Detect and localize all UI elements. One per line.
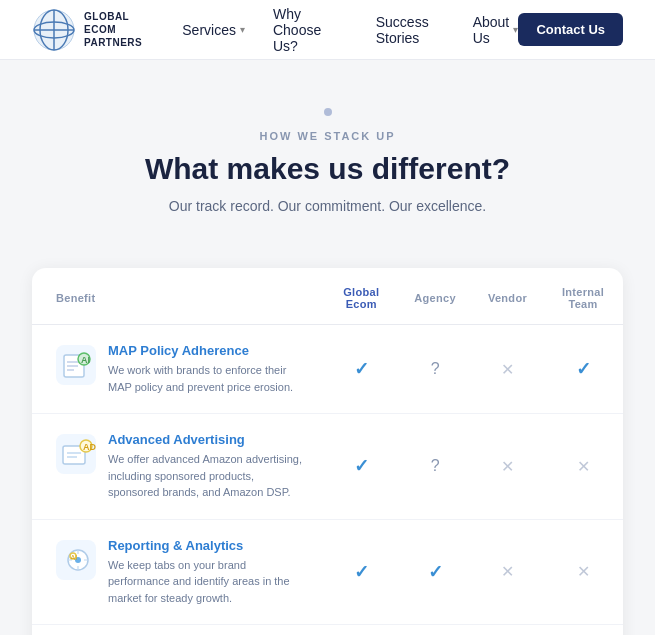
benefit-title: Advanced Advertising (108, 432, 308, 447)
hero-eyebrow: HOW WE STACK UP (20, 130, 635, 142)
vendor-cell: ✕ (472, 414, 543, 520)
nav-why-choose-us[interactable]: Why Choose Us? (273, 6, 348, 54)
hero-subtitle: Our track record. Our commitment. Our ex… (20, 198, 635, 214)
agency-cell: ? (398, 414, 472, 520)
logo[interactable]: GLOBAL ECOM PARTNERS (32, 8, 142, 52)
benefit-desc: We work with brands to enforce their MAP… (108, 362, 308, 395)
benefit-cell-0: AI MAP Policy Adherence We work with bra… (32, 325, 324, 414)
nav-success-stories[interactable]: Success Stories (376, 14, 445, 46)
internal-team-cell: ✓ (543, 325, 623, 414)
benefit-desc: We keep tabs on your brand performance a… (108, 557, 308, 607)
table-section: Benefit Global Ecom Agency Vendor Intern… (0, 244, 655, 635)
col-internal-team: Internal Team (543, 268, 623, 325)
svg-text:AI: AI (81, 355, 90, 365)
agency-cell: ? (398, 325, 472, 414)
table-row: AI Customized Partnership We develop uni… (32, 625, 623, 636)
internal-team-cell: ✕ (543, 625, 623, 636)
col-vendor: Vendor (472, 268, 543, 325)
col-benefit: Benefit (32, 268, 324, 325)
hero-title: What makes us different? (20, 152, 635, 186)
contact-button[interactable]: Contact Us (518, 13, 623, 46)
benefit-title: MAP Policy Adherence (108, 343, 308, 358)
agency-cell: ✕ (398, 625, 472, 636)
comparison-card: Benefit Global Ecom Agency Vendor Intern… (32, 268, 623, 635)
table-row: AD Advanced Advertising We offer advance… (32, 414, 623, 520)
internal-team-cell: ✕ (543, 519, 623, 625)
agency-cell: ✓ (398, 519, 472, 625)
table-row: AI MAP Policy Adherence We work with bra… (32, 325, 623, 414)
vendor-cell: ✕ (472, 325, 543, 414)
global-ecom-cell: ✓ (324, 414, 398, 520)
nav-links: Services ▾ Why Choose Us? Success Storie… (182, 6, 518, 54)
chevron-down-icon: ▾ (240, 24, 245, 35)
global-ecom-cell: ✓ (324, 625, 398, 636)
analytics-icon: AI (56, 540, 96, 580)
benefit-cell-3: AI Customized Partnership We develop uni… (32, 625, 324, 636)
comparison-table: Benefit Global Ecom Agency Vendor Intern… (32, 268, 623, 635)
vendor-cell: ✕ (472, 625, 543, 636)
benefit-desc: We offer advanced Amazon advertising, in… (108, 451, 308, 501)
col-agency: Agency (398, 268, 472, 325)
hero-section: HOW WE STACK UP What makes us different?… (0, 60, 655, 244)
nav-services[interactable]: Services ▾ (182, 22, 245, 38)
table-row: AI Reporting & Analytics We keep tabs on… (32, 519, 623, 625)
vendor-cell: ✕ (472, 519, 543, 625)
nav-about-us[interactable]: About Us ▾ (473, 14, 519, 46)
table-header-row: Benefit Global Ecom Agency Vendor Intern… (32, 268, 623, 325)
col-global-ecom: Global Ecom (324, 268, 398, 325)
global-ecom-cell: ✓ (324, 325, 398, 414)
logo-text: GLOBAL ECOM PARTNERS (84, 10, 142, 49)
benefit-cell-1: AD Advanced Advertising We offer advance… (32, 414, 324, 520)
global-ecom-cell: ✓ (324, 519, 398, 625)
benefit-cell-2: AI Reporting & Analytics We keep tabs on… (32, 519, 324, 625)
svg-text:AD: AD (83, 442, 96, 452)
benefit-title: Reporting & Analytics (108, 538, 308, 553)
advertising-icon: AD (56, 434, 96, 474)
internal-team-cell: ✕ (543, 414, 623, 520)
map-policy-icon: AI (56, 345, 96, 385)
dot-indicator (324, 108, 332, 116)
navbar: GLOBAL ECOM PARTNERS Services ▾ Why Choo… (0, 0, 655, 60)
